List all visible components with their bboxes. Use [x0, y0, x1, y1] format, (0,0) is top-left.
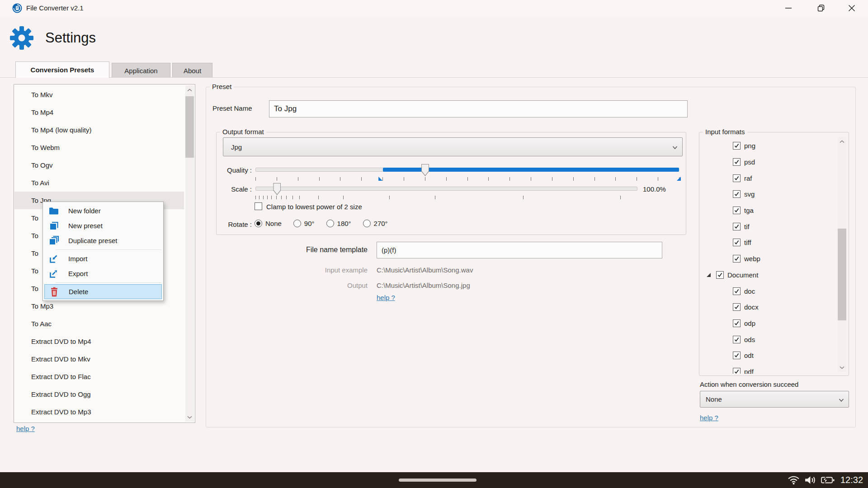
format-row-ods: ods — [702, 331, 836, 347]
gesture-handle[interactable] — [399, 479, 476, 482]
tick-mark — [389, 196, 390, 199]
action-dropdown[interactable]: None — [700, 391, 849, 408]
menu-item-duplicate-preset[interactable]: Duplicate preset — [43, 233, 163, 248]
checkbox-odt[interactable] — [733, 352, 741, 359]
format-label: odp — [744, 319, 755, 327]
format-label: tga — [744, 206, 754, 214]
rotate-label: Rotate : — [208, 221, 252, 228]
checkbox-tga[interactable] — [733, 206, 741, 214]
tick-mark — [343, 196, 344, 199]
checkbox-docx[interactable] — [733, 303, 741, 311]
battery-icon[interactable] — [821, 472, 835, 488]
expander-icon[interactable] — [707, 273, 711, 277]
preset-list-item[interactable]: To Mkv — [14, 86, 184, 103]
rotate-option-270deg[interactable]: 270° — [363, 220, 388, 227]
format-row-psd: psd — [702, 154, 836, 170]
preset-list-item[interactable]: To Aac — [14, 315, 184, 333]
preset-list-item[interactable]: To Avi — [14, 174, 184, 192]
preset-list-item[interactable]: To Webm — [14, 139, 184, 156]
help-link-presets[interactable]: help ? — [16, 425, 35, 432]
rotate-option-90deg[interactable]: 90° — [293, 220, 315, 227]
clamp-checkbox[interactable] — [255, 202, 262, 210]
new-preset-icon — [48, 221, 59, 231]
checkbox-raf[interactable] — [733, 174, 741, 182]
preset-list-item[interactable]: Extract DVD to Ogg — [14, 385, 184, 403]
checkbox-webp[interactable] — [733, 255, 741, 263]
rotate-option-180deg[interactable]: 180° — [326, 220, 351, 227]
checkbox-svg[interactable] — [733, 190, 741, 198]
menu-item-export[interactable]: Export — [43, 266, 163, 281]
file-name-template-input[interactable] — [377, 242, 662, 258]
checkbox-png[interactable] — [733, 142, 741, 150]
titlebar: File Converter v2.1 — [0, 0, 868, 16]
tick-mark — [404, 177, 404, 181]
menu-item-delete[interactable]: Delete — [44, 284, 162, 299]
checkbox-doc[interactable] — [733, 287, 741, 295]
radio-label: None — [265, 220, 282, 227]
input-formats-scrollbar[interactable] — [838, 137, 846, 372]
tick-mark — [531, 177, 531, 181]
selection-start-icon — [378, 177, 382, 181]
scrollbar-thumb[interactable] — [185, 96, 194, 158]
format-row-docx: docx — [702, 299, 836, 315]
format-label: tif — [744, 223, 750, 230]
tab-application[interactable]: Application — [112, 63, 170, 78]
menu-item-import[interactable]: Import — [43, 251, 163, 266]
chevron-down-icon — [839, 395, 844, 403]
checkbox-tif[interactable] — [733, 223, 741, 230]
minimize-button[interactable] — [778, 0, 799, 16]
scroll-up-icon[interactable] — [838, 137, 846, 146]
format-row-tif: tif — [702, 218, 836, 235]
help-link-action[interactable]: help ? — [700, 414, 718, 422]
checkbox-psd[interactable] — [733, 158, 741, 166]
tick-mark — [552, 177, 552, 181]
format-row-Document: Document — [702, 267, 836, 283]
menu-item-new-folder[interactable]: New folder — [43, 203, 163, 218]
preset-list-item[interactable]: To Mp4 — [14, 103, 184, 121]
tab-conversion-presets[interactable]: Conversion Presets — [15, 61, 109, 78]
tick-mark — [637, 177, 637, 181]
quality-slider[interactable] — [255, 168, 679, 172]
scale-slider[interactable] — [255, 187, 637, 191]
chevron-down-icon — [672, 143, 678, 151]
preset-list-item[interactable]: To Mp4 (low quality) — [14, 121, 184, 139]
checkbox-ods[interactable] — [733, 336, 741, 343]
tick-mark — [286, 196, 287, 199]
format-label: pdf — [744, 368, 754, 374]
preset-list-item[interactable]: Extract DVD to Mkv — [14, 350, 184, 368]
preset-list-item[interactable]: Extract DVD to Flac — [14, 368, 184, 385]
format-label: svg — [744, 190, 755, 198]
tick-mark — [523, 196, 524, 199]
clamp-label: Clamp to lowest power of 2 size — [266, 203, 362, 211]
checkbox-pdf[interactable] — [733, 368, 741, 374]
preset-list-scrollbar[interactable] — [185, 85, 194, 422]
menu-item-new-preset[interactable]: New preset — [43, 218, 163, 233]
wifi-icon[interactable] — [788, 472, 800, 488]
help-link-template[interactable]: help ? — [377, 294, 395, 301]
scrollbar-thumb[interactable] — [838, 229, 846, 320]
preset-list-item[interactable]: Extract DVD to Mp4 — [14, 333, 184, 350]
scroll-down-icon[interactable] — [185, 413, 194, 422]
tick-mark — [446, 177, 447, 181]
close-button[interactable] — [841, 0, 863, 16]
tab-about[interactable]: About — [172, 63, 212, 78]
volume-icon[interactable] — [804, 472, 817, 488]
format-label: docx — [744, 303, 759, 311]
checkbox-Document[interactable] — [716, 271, 724, 279]
preset-list-item[interactable]: Extract DVD to Mp3 — [14, 403, 184, 421]
scroll-up-icon[interactable] — [185, 85, 194, 94]
checkbox-tiff[interactable] — [733, 239, 741, 246]
radio-icon — [326, 220, 334, 227]
scale-ticks — [255, 195, 637, 200]
action-label: Action when conversion succeed — [700, 380, 798, 388]
preset-name-input[interactable] — [269, 100, 688, 117]
tick-mark — [594, 177, 595, 181]
preset-list-item[interactable]: To Ogv — [14, 156, 184, 174]
restore-button[interactable] — [810, 0, 832, 16]
menu-item-label: Export — [68, 270, 88, 277]
scroll-down-icon[interactable] — [838, 363, 846, 372]
format-label: Document — [727, 271, 758, 279]
checkbox-odp[interactable] — [733, 319, 741, 327]
rotate-option-none[interactable]: None — [255, 220, 282, 227]
output-format-dropdown[interactable]: Jpg — [223, 137, 683, 156]
